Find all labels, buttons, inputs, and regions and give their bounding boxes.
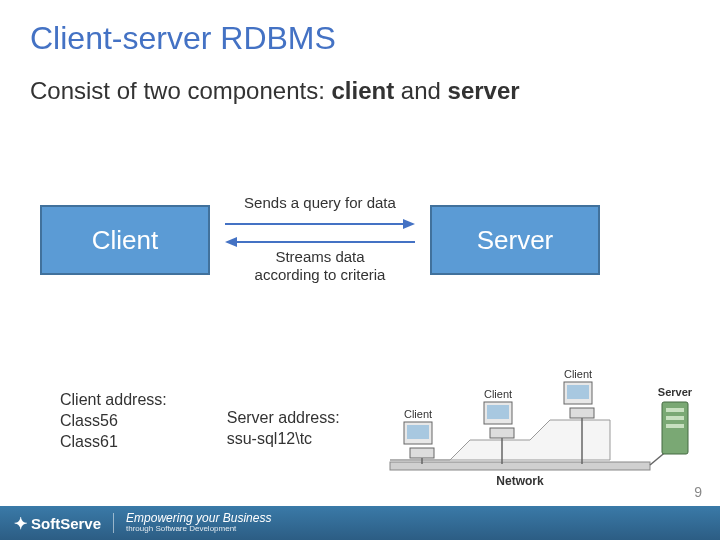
client-address-line2: Class61 bbox=[60, 432, 167, 453]
addresses: Client address: Class56 Class61 Server a… bbox=[60, 390, 340, 452]
svg-marker-3 bbox=[225, 237, 237, 247]
svg-rect-12 bbox=[570, 408, 594, 418]
client-server-diagram: Client Server Sends a query for data Str… bbox=[40, 190, 640, 310]
svg-marker-1 bbox=[403, 219, 415, 229]
network-label: Network bbox=[496, 474, 544, 488]
svg-rect-20 bbox=[666, 416, 684, 420]
logo-icon: ✦ bbox=[14, 514, 27, 533]
server-address-block: Server address: ssu-sql12\tc bbox=[227, 408, 340, 452]
svg-rect-11 bbox=[567, 385, 589, 399]
arrow-area: Sends a query for data Streams data acco… bbox=[215, 190, 425, 300]
page-title: Client-server RDBMS bbox=[0, 0, 720, 57]
client1-label: Client bbox=[404, 408, 432, 420]
client2-label: Client bbox=[484, 388, 512, 400]
subtitle-client: client bbox=[331, 77, 394, 104]
client-computer-icon bbox=[484, 402, 514, 438]
subtitle-mid: and bbox=[394, 77, 447, 104]
server-address-line1: ssu-sql12\tc bbox=[227, 429, 340, 450]
server-address-heading: Server address: bbox=[227, 408, 340, 429]
svg-rect-5 bbox=[407, 425, 429, 439]
tagline-sub: through Software Development bbox=[126, 525, 271, 534]
client-box: Client bbox=[40, 205, 210, 275]
client-computer-icon bbox=[404, 422, 434, 458]
svg-rect-9 bbox=[490, 428, 514, 438]
subtitle-text: Consist of two components: bbox=[30, 77, 331, 104]
footer-tagline: Empowering your Business through Softwar… bbox=[126, 512, 271, 534]
client-computer-icon bbox=[564, 382, 594, 418]
server-fig-label: Server bbox=[658, 386, 693, 398]
arrow-bottom-line1: Streams data bbox=[215, 248, 425, 266]
client-address-line1: Class56 bbox=[60, 411, 167, 432]
client-address-heading: Client address: bbox=[60, 390, 167, 411]
footer-divider bbox=[113, 513, 114, 533]
client-address-block: Client address: Class56 Class61 bbox=[60, 390, 167, 452]
subtitle-server: server bbox=[448, 77, 520, 104]
svg-rect-19 bbox=[666, 408, 684, 412]
client3-label: Client bbox=[564, 368, 592, 380]
arrow-right-icon bbox=[225, 217, 415, 231]
arrow-bottom-line2: according to criteria bbox=[215, 266, 425, 284]
footer-logo: ✦ SoftServe bbox=[14, 514, 101, 533]
brand-name: SoftServe bbox=[31, 515, 101, 532]
svg-rect-6 bbox=[410, 448, 434, 458]
arrow-bottom-label: Streams data according to criteria bbox=[215, 248, 425, 284]
svg-rect-13 bbox=[390, 462, 650, 470]
svg-rect-21 bbox=[666, 424, 684, 428]
network-figure: Client Client Client Network Serve bbox=[380, 330, 700, 490]
server-box: Server bbox=[430, 205, 600, 275]
subtitle: Consist of two components: client and se… bbox=[0, 57, 720, 105]
arrow-top-label: Sends a query for data bbox=[215, 194, 425, 211]
arrow-left-icon bbox=[225, 235, 415, 249]
server-tower-icon bbox=[662, 402, 688, 454]
page-number: 9 bbox=[694, 484, 702, 500]
footer: ✦ SoftServe Empowering your Business thr… bbox=[0, 506, 720, 540]
svg-rect-8 bbox=[487, 405, 509, 419]
